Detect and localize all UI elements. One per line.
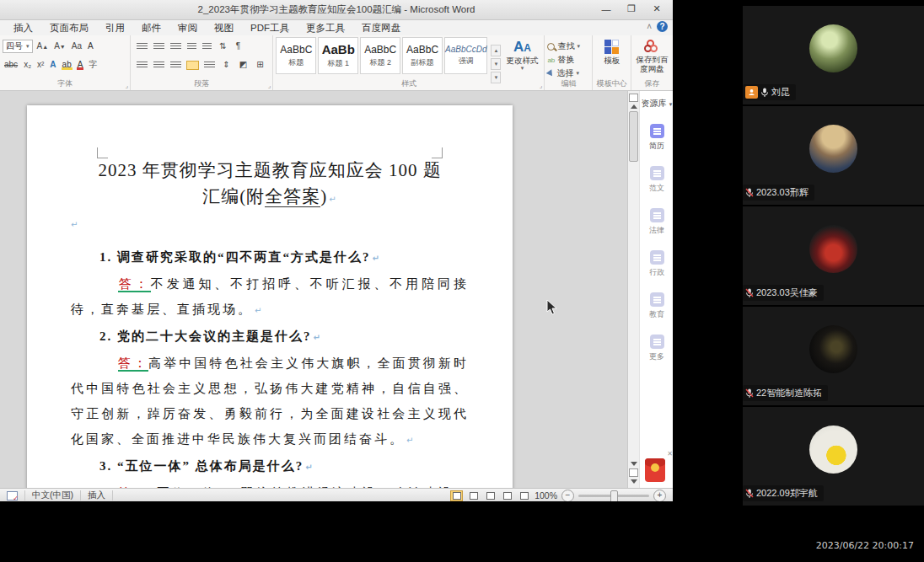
tab-baidu-pan[interactable]: 百度网盘: [353, 21, 409, 35]
participant-tile[interactable]: 2023.03吴佳豪: [743, 206, 924, 305]
participant-tile[interactable]: 刘昆: [743, 6, 924, 104]
enclose-character-button[interactable]: 字: [87, 60, 99, 70]
minimize-button[interactable]: —: [594, 1, 619, 17]
resource-panel-title[interactable]: 资源库 ▾: [640, 98, 673, 110]
increase-indent-button[interactable]: [202, 43, 212, 51]
maximize-button[interactable]: ❐: [619, 1, 644, 17]
tab-review[interactable]: 审阅: [169, 21, 206, 35]
style-title[interactable]: AaBbC 标题: [276, 37, 316, 74]
sample-doc-icon: [650, 166, 664, 180]
zoom-slider[interactable]: [578, 495, 649, 497]
print-layout-view-button[interactable]: [450, 490, 463, 501]
close-icon[interactable]: ✕: [667, 450, 673, 458]
zoom-slider-thumb[interactable]: [610, 490, 618, 502]
style-subtitle[interactable]: AaBbC 副标题: [402, 37, 443, 74]
web-layout-view-button[interactable]: [484, 490, 497, 501]
resource-item-education[interactable]: 教育: [640, 292, 673, 320]
resource-panel: 资源库 ▾ 简历 范文 法律 行政 教育 更多 ✕: [639, 91, 673, 488]
editing-group: 查找▾ ab 替换 选择▾ 编辑: [545, 35, 593, 90]
dialog-launcher-icon[interactable]: ⌟: [540, 82, 543, 89]
id-card-icon: [650, 250, 664, 265]
subscript-button[interactable]: x₂: [22, 60, 33, 70]
numbering-button[interactable]: [153, 43, 164, 51]
align-left-button[interactable]: [137, 62, 148, 69]
tab-references[interactable]: 引用: [97, 21, 133, 35]
select-button[interactable]: 选择▾: [547, 67, 589, 79]
resource-item-legal[interactable]: 法律: [640, 208, 673, 236]
participant-tile[interactable]: 2023.03邢辉: [743, 106, 924, 205]
char-border-button[interactable]: A: [86, 42, 95, 51]
sort-button[interactable]: ⇅: [218, 41, 228, 51]
show-marks-button[interactable]: ¶: [234, 41, 242, 51]
change-case-button[interactable]: Aa: [70, 41, 83, 51]
shrink-font-button[interactable]: A▼: [52, 41, 67, 51]
spellcheck-status[interactable]: [0, 490, 25, 500]
strikethrough-button[interactable]: abc: [3, 60, 19, 70]
participant-name: 2023.03邢辉: [756, 186, 808, 199]
highlight-color-button[interactable]: ab: [61, 61, 73, 69]
font-size-box[interactable]: 四号▾: [3, 40, 33, 53]
help-icon[interactable]: ?: [657, 21, 668, 32]
outline-view-button[interactable]: [501, 490, 513, 501]
tab-more-tools[interactable]: 更多工具: [298, 21, 353, 35]
more-dots-icon: [650, 335, 664, 349]
replace-button[interactable]: ab 替换: [547, 54, 589, 66]
insert-mode-status[interactable]: 插入: [81, 490, 113, 500]
red-envelope-icon[interactable]: [645, 458, 665, 482]
shading-button[interactable]: ◩: [238, 60, 249, 70]
font-color-button[interactable]: A: [76, 61, 85, 69]
zoom-level[interactable]: 100%: [535, 490, 557, 500]
zoom-out-button[interactable]: −: [561, 490, 574, 502]
find-button[interactable]: 查找▾: [547, 40, 589, 52]
justify-button[interactable]: [187, 62, 198, 69]
align-center-button[interactable]: [153, 62, 164, 69]
dialog-launcher-icon[interactable]: ⌟: [268, 82, 271, 89]
decrease-indent-button[interactable]: [187, 43, 196, 51]
collapse-ribbon-icon[interactable]: ˄: [647, 22, 652, 31]
tab-insert[interactable]: 插入: [5, 21, 41, 35]
line-spacing-button[interactable]: ⇕: [221, 60, 231, 70]
participant-tile[interactable]: 2022.09郑宇航: [743, 407, 924, 506]
grow-font-button[interactable]: A▲: [35, 41, 51, 51]
spellcheck-icon: [7, 491, 18, 500]
tab-view[interactable]: 视图: [206, 21, 242, 35]
title-bar[interactable]: 2_2023年贯彻学习主题教育应知应会100题汇编 - Microsoft Wo…: [0, 0, 673, 20]
style-heading1[interactable]: AaBb 标题 1: [318, 37, 358, 74]
scrollbar-thumb[interactable]: [629, 111, 638, 162]
close-button[interactable]: ✕: [644, 1, 669, 17]
bullets-button[interactable]: [137, 43, 148, 51]
tab-mailings[interactable]: 邮件: [133, 21, 169, 35]
superscript-button[interactable]: x²: [35, 60, 46, 70]
language-status[interactable]: 中文(中国): [25, 490, 81, 500]
next-page-icon[interactable]: [631, 479, 637, 484]
gallery-down-icon[interactable]: ▼: [491, 58, 501, 70]
document-page[interactable]: 2023 年贯彻学习主题教育应知应会 100 题 汇编(附全答案)↵ ↵ 1. …: [27, 105, 513, 488]
dialog-launcher-icon[interactable]: ⌟: [126, 82, 129, 89]
tab-pdf-tools[interactable]: PDF工具: [242, 21, 298, 35]
style-heading2[interactable]: AaBbC 标题 2: [360, 37, 400, 74]
draft-view-button[interactable]: [518, 490, 530, 501]
tab-page-layout[interactable]: 页面布局: [41, 21, 97, 35]
document-area[interactable]: 2023 年贯彻学习主题教育应知应会 100 题 汇编(附全答案)↵ ↵ 1. …: [0, 91, 627, 488]
style-emphasis[interactable]: AaBbCcDd 强调: [444, 37, 487, 74]
scroll-up-icon[interactable]: [631, 104, 637, 109]
participant-tile[interactable]: 22智能制造陈拓: [743, 307, 924, 405]
zoom-in-button[interactable]: +: [653, 490, 666, 502]
fullscreen-view-button[interactable]: [467, 490, 480, 501]
vertical-scrollbar[interactable]: [627, 91, 640, 488]
resource-item-sample-docs[interactable]: 范文: [640, 166, 673, 194]
distribute-button[interactable]: [204, 62, 215, 69]
ruler-toggle-icon[interactable]: [629, 94, 638, 102]
borders-button[interactable]: ⊞: [255, 60, 265, 70]
resource-item-more[interactable]: 更多: [640, 335, 673, 362]
gallery-up-icon[interactable]: ▲: [491, 45, 501, 56]
resource-item-admin[interactable]: 行政: [640, 250, 673, 278]
resource-item-resume[interactable]: 简历: [640, 124, 673, 152]
paragraph-group-label: 段落: [131, 78, 272, 89]
browse-object-icon[interactable]: [629, 468, 638, 477]
text-effects-button[interactable]: A: [48, 61, 57, 69]
answer-2: 答：高举中国特色社会主义伟大旗帜，全面贯彻新时代中国特色社会主义思想，弘扬伟大建…: [71, 351, 469, 453]
scroll-down-icon[interactable]: [631, 462, 637, 466]
multilevel-list-button[interactable]: [170, 43, 181, 51]
align-right-button[interactable]: [170, 62, 181, 69]
